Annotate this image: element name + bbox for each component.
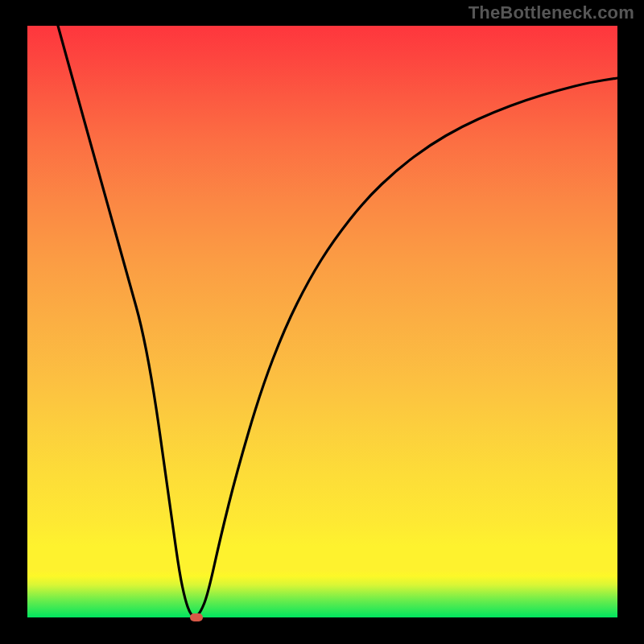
marker-dot bbox=[190, 613, 203, 621]
plot-area bbox=[27, 26, 617, 617]
watermark-text: TheBottleneck.com bbox=[469, 2, 634, 23]
bottleneck-curve bbox=[58, 26, 617, 617]
chart-frame: TheBottleneck.com bbox=[0, 0, 644, 644]
curve-svg bbox=[27, 26, 617, 617]
